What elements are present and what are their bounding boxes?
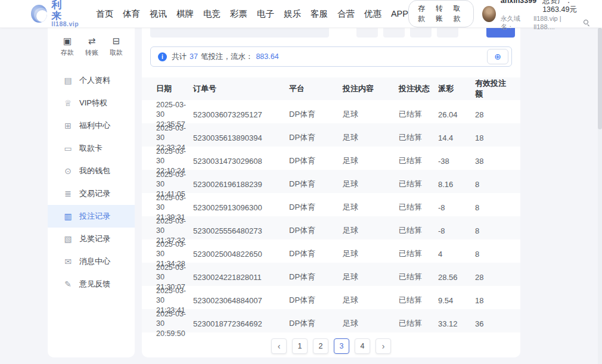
user-avatar[interactable] [482,6,495,22]
quick-filter-button[interactable] [356,28,378,38]
cell-valid-bet: 8 [475,250,506,259]
page-number-button[interactable]: 3 [334,338,349,354]
sidebar-item[interactable]: ▭ 取款卡 [48,137,135,160]
shortcut-item[interactable]: ▣ 存款 [61,36,74,57]
date-range-input[interactable] [150,28,329,38]
sidebar-shortcuts: ▣ 存款 ⇄ 转账 ⊟ 取款 [48,28,135,57]
quick-action-link[interactable]: 存款 [418,4,429,24]
logo-swirl-icon [31,5,47,23]
sidebar-item[interactable]: ✎ 意见反馈 [48,273,135,295]
cell-order-number: 5230031473029608 [193,157,289,166]
nav-item[interactable]: APP [391,9,408,18]
cell-bet-content: 足球 [343,109,399,120]
bet-records-panel: 共计 37 笔投注，流水： 883.64 日期订单号平台投注内容投注状态派彩有效… [142,28,520,357]
cell-bet-content: 足球 [343,155,399,166]
top-nav-bar: 利 来 ll188.vip 首页体育视讯棋牌电竞彩票电子娱乐客服合营优惠APP … [0,0,602,28]
cell-order-number: 5230018772364692 [193,319,289,328]
sidebar-item[interactable]: ⊞ 福利中心 [48,114,135,137]
nav-item[interactable]: 优惠 [364,8,381,20]
cell-order-number: 5230025913096300 [193,203,289,212]
quick-filter-button[interactable] [383,28,405,38]
cell-order-number: 5230023064884007 [193,296,289,305]
nav-item[interactable]: 电竞 [203,8,221,20]
sidebar-item[interactable]: ⊙ 我的钱包 [48,160,135,182]
sidebar-item-label: 消息中心 [79,256,110,267]
sidebar-item[interactable]: ✉ 消息中心 [48,250,135,273]
permanent-domain-label: 永久域名： [501,15,532,32]
table-header-row: 日期订单号平台投注内容投注状态派彩有效投注额 [142,77,520,100]
crown-icon: ♕ [63,98,73,108]
cell-bet-content: 足球 [343,225,399,236]
page-next-button[interactable]: › [376,338,391,354]
cell-valid-bet: 38 [475,157,506,166]
sidebar-item[interactable]: ▥ 投注记录 [48,205,135,228]
shortcut-item[interactable]: ⇄ 转账 [85,36,98,57]
brand-domain: ll188.vip [51,21,80,27]
nav-item[interactable]: 彩票 [230,8,247,20]
cell-platform: DP体育 [289,248,343,259]
cell-payout: 4 [438,250,475,259]
nav-item[interactable]: 客服 [311,8,328,20]
cell-platform: DP体育 [289,318,343,329]
cell-bet-status: 已结算 [399,202,438,213]
transaction-record-icon: ≣ [63,189,73,198]
cell-bet-content: 足球 [343,202,399,213]
nav-item[interactable]: 视讯 [150,8,167,20]
scrollbar-thumb[interactable] [598,28,602,129]
quick-action-link[interactable]: 取款 [454,4,465,24]
redeem-record-icon: ▧ [63,234,73,244]
shortcut-label: 存款 [61,48,74,57]
nav-item[interactable]: 体育 [123,8,140,20]
page-number-button[interactable]: 1 [292,338,308,354]
nav-item[interactable]: 电子 [257,8,274,20]
quick-action-link[interactable]: 转账 [436,4,447,24]
nav-item[interactable]: 合营 [337,8,355,20]
cell-payout: 28.56 [438,273,475,282]
transfer-icon: ⇄ [88,36,96,46]
sidebar-item[interactable]: ▤ 个人资料 [48,69,135,92]
table-row: 2025-03-30 21:34:28 5230025004822650 DP体… [142,239,520,263]
cell-valid-bet: 28 [475,273,506,282]
table-body: 2025-03-30 22:35:57 5230036073295127 DP体… [142,100,520,332]
brand-logo[interactable]: 利 来 ll188.vip [31,0,80,27]
cell-payout: 8.16 [438,180,475,189]
sidebar-item[interactable]: ♕ VIP特权 [48,92,135,114]
shortcut-label: 取款 [110,48,123,57]
nav-item[interactable]: 娱乐 [284,8,301,20]
cell-valid-bet: 36 [475,319,506,328]
info-icon [158,52,167,61]
cell-payout: -8 [438,203,475,212]
nav-item[interactable]: 棋牌 [176,8,194,20]
cell-valid-bet: 8 [475,226,506,235]
table-header-cell: 平台 [289,83,343,94]
sidebar-item-label: 个人资料 [79,75,110,86]
shortcut-item[interactable]: ⊟ 取款 [110,36,123,57]
page-number-button[interactable]: 4 [355,338,370,354]
cell-platform: DP体育 [289,179,343,189]
sidebar-item[interactable]: ▧ 兑奖记录 [48,228,135,250]
sidebar-item-label: 取款卡 [79,143,103,154]
cell-order-number: 5230025004822650 [193,250,289,259]
main-nav: 首页体育视讯棋牌电竞彩票电子娱乐客服合营优惠APP [96,8,408,20]
cell-bet-content: 足球 [343,179,399,189]
user-block[interactable]: anxin3399 总资产： 1363.49元 永久域名： ll188.vip … [482,0,590,31]
cell-bet-status: 已结算 [399,248,438,259]
cell-order-number: 5230026196188239 [193,180,289,189]
cell-bet-status: 已结算 [399,272,438,282]
wallet-icon: ⊙ [63,166,73,176]
cell-valid-bet: 8 [475,180,506,189]
scrollbar-track[interactable] [598,0,602,364]
expand-button[interactable] [487,49,508,64]
nav-item[interactable]: 首页 [96,8,113,20]
table-row: 2025-03-30 21:39:31 5230025913096300 DP体… [142,193,520,216]
cell-bet-content: 足球 [343,272,399,282]
summary-middle: 笔投注，流水： [201,52,253,62]
brand-title: 利 来 [51,0,80,21]
page-prev-button[interactable]: ‹ [271,338,287,354]
page-number-button[interactable]: 2 [313,338,328,354]
cell-bet-content: 足球 [343,295,399,306]
table-header-cell: 投注内容 [343,83,399,94]
cell-platform: DP体育 [289,109,343,120]
search-icon[interactable] [584,20,590,26]
sidebar-item[interactable]: ≣ 交易记录 [48,182,135,205]
